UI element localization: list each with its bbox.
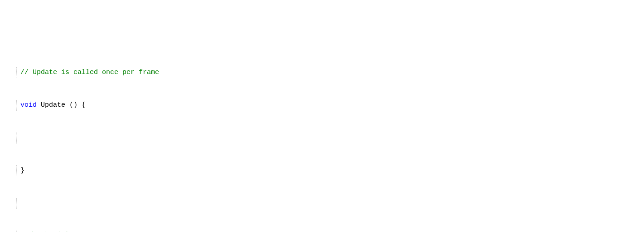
code-line[interactable] — [0, 133, 644, 143]
keyword-void: void — [20, 101, 37, 109]
brace: } — [20, 165, 24, 176]
comment: // Update is called once per frame — [20, 67, 159, 78]
method-name: Update () { — [37, 101, 86, 109]
code-editor[interactable]: // Update is called once per frame void … — [0, 45, 644, 232]
code-line[interactable]: } — [0, 165, 644, 176]
code-line[interactable]: void Update () { — [0, 100, 644, 111]
code-line[interactable]: // Update is called once per frame — [0, 67, 644, 78]
code-line[interactable] — [0, 198, 644, 209]
